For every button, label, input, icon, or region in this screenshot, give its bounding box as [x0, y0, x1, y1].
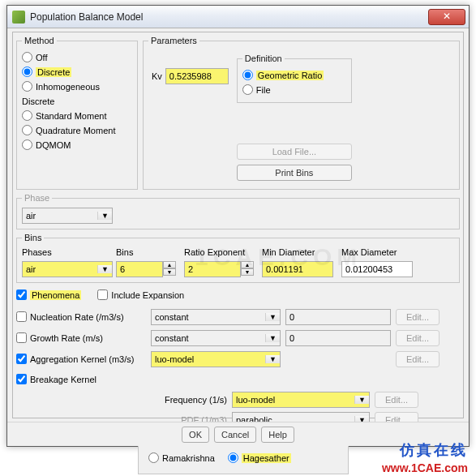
frequency-label: Frequency (1/s) — [138, 395, 227, 405]
frequency-edit: Edit... — [375, 392, 418, 408]
mindia-label: Min Diameter — [262, 247, 337, 257]
bins-group: Bins Phases air▼ Bins ▲▼ Ratio Exponent … — [16, 233, 460, 283]
phase-legend: Phase — [22, 193, 52, 203]
close-button[interactable]: ✕ — [428, 9, 465, 25]
method-inhom[interactable]: Inhomogeneous Discrete — [22, 79, 132, 109]
growth-value — [285, 330, 391, 346]
mindia-input[interactable] — [262, 261, 333, 277]
app-icon — [12, 11, 25, 24]
watermark-url: www.1CAE.com — [382, 461, 468, 474]
kv-input[interactable] — [165, 68, 229, 84]
print-bins-button[interactable]: Print Bins — [237, 165, 352, 181]
kv-label: Kv — [152, 71, 162, 81]
method-quad[interactable]: Quadrature Moment — [22, 123, 132, 138]
method-off[interactable]: Off — [22, 50, 132, 65]
method-discrete[interactable]: Discrete — [22, 65, 132, 79]
aggregation-combo[interactable]: luo-model▼ — [151, 351, 281, 367]
definition-legend: Definition — [242, 54, 285, 63]
maxdia-label: Max Diameter — [341, 247, 416, 257]
nucleation-edit: Edit... — [396, 309, 440, 325]
method-dqmom[interactable]: DQMOM — [22, 138, 132, 152]
cancel-button[interactable]: Cancel — [214, 427, 256, 443]
ok-button[interactable]: OK — [182, 427, 209, 443]
phases-label: Phases — [22, 247, 111, 257]
formulation-rama[interactable]: Ramakrishna — [148, 451, 215, 465]
window-title: Population Balance Model — [30, 11, 428, 23]
phases-combo[interactable]: air▼ — [22, 261, 113, 277]
watermark-cn: 仿真在线 — [400, 440, 468, 460]
chevron-down-icon[interactable]: ▼ — [97, 265, 112, 273]
parameters-group: Parameters Kv Definition Geometric Ratio… — [143, 36, 460, 190]
definition-group: Definition Geometric Ratio File — [237, 54, 352, 103]
method-std[interactable]: Standard Moment — [22, 109, 132, 123]
definition-geo[interactable]: Geometric Ratio — [242, 68, 346, 83]
method-legend: Method — [22, 36, 57, 45]
breakage-check[interactable]: Breakage Kernel — [16, 372, 146, 387]
ratio-input[interactable] — [184, 261, 241, 277]
ratio-spinner[interactable]: ▲▼ — [241, 261, 254, 277]
bins-legend: Bins — [22, 233, 44, 242]
bins-count-input[interactable] — [116, 261, 163, 277]
aggregation-edit: Edit... — [396, 351, 440, 367]
growth-combo: constant▼ — [151, 330, 281, 346]
method-group: Method Off Discrete Inhomogeneous Discre… — [16, 36, 138, 190]
frequency-combo[interactable]: luo-model▼ — [232, 392, 370, 408]
include-expansion-check[interactable]: Include Expansion — [97, 288, 184, 302]
growth-edit: Edit... — [396, 330, 440, 346]
help-button[interactable]: Help — [261, 427, 294, 443]
nucleation-combo: constant▼ — [151, 309, 281, 325]
bins-spinner[interactable]: ▲▼ — [163, 261, 176, 277]
formulation-hages[interactable]: Hagesather — [228, 451, 291, 465]
parameters-legend: Parameters — [148, 36, 199, 45]
ratio-label: Ratio Exponent — [184, 247, 257, 257]
growth-check[interactable]: Growth Rate (m/s) — [16, 331, 146, 345]
definition-file[interactable]: File — [242, 83, 346, 97]
nucleation-check[interactable]: Nucleation Rate (/m3/s) — [16, 310, 146, 324]
maxdia-input[interactable] — [341, 261, 413, 277]
nucleation-value — [285, 309, 391, 325]
phase-combo: air▼ — [22, 208, 113, 224]
phase-group: Phase air▼ — [16, 193, 460, 229]
load-file-button[interactable]: Load File... — [237, 144, 352, 160]
bins-count-label: Bins — [116, 247, 179, 257]
chevron-down-icon: ▼ — [97, 212, 112, 220]
aggregation-check[interactable]: Aggregation Kernel (m3/s) — [16, 352, 146, 367]
phenomena-check[interactable]: Phenomena — [16, 288, 81, 302]
